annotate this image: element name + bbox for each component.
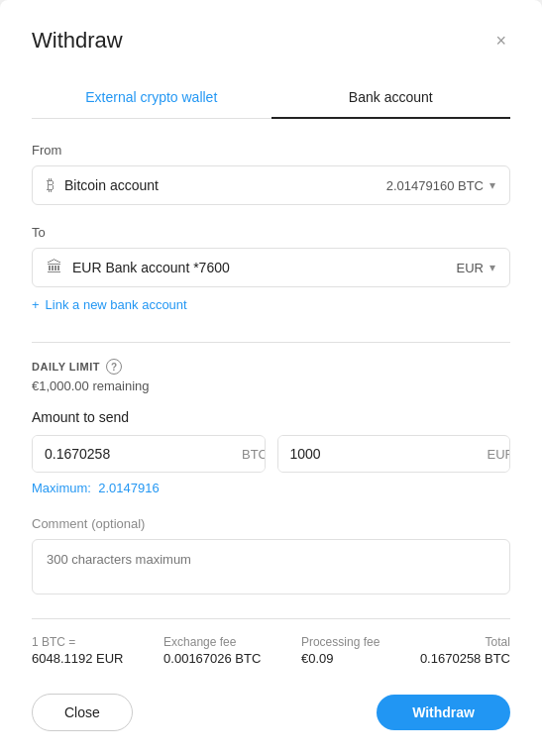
btc-currency-label: BTC [230, 437, 266, 472]
from-account-name: Bitcoin account [64, 177, 159, 193]
divider-1 [32, 342, 510, 343]
modal-close-button[interactable]: × [491, 28, 510, 54]
plus-icon: + [32, 297, 40, 312]
from-account-selector[interactable]: ₿ Bitcoin account 2.01479160 BTC ▾ [32, 165, 510, 205]
chevron-down-icon-2: ▾ [489, 261, 495, 274]
link-bank-label: Link a new bank account [46, 297, 187, 312]
summary-total-value: 0.1670258 BTC [420, 651, 510, 666]
to-account-selector[interactable]: 🏛 EUR Bank account *7600 EUR ▾ [32, 248, 510, 287]
to-account-name: EUR Bank account *7600 [72, 260, 230, 275]
summary-row: 1 BTC = 6048.1192 EUR Exchange fee 0.001… [32, 635, 510, 666]
daily-limit-row: DAILY LIMIT ? [32, 359, 510, 375]
max-text: Maximum: 2.0147916 [32, 481, 510, 495]
tab-crypto[interactable]: External crypto wallet [32, 77, 271, 119]
btc-input-wrap: BTC [32, 435, 266, 473]
from-label: From [32, 143, 510, 158]
summary-processing-fee-label: Processing fee [301, 635, 379, 649]
to-field-group: To 🏛 EUR Bank account *7600 EUR ▾ + Link… [32, 225, 510, 318]
summary-divider [32, 618, 510, 619]
close-button[interactable]: Close [32, 694, 133, 731]
summary-processing-fee-value: €0.09 [301, 651, 379, 666]
summary-processing-fee: Processing fee €0.09 [301, 635, 379, 666]
eur-amount-input[interactable] [278, 436, 476, 472]
modal-title: Withdraw [32, 28, 123, 54]
comment-input[interactable] [32, 539, 510, 594]
withdraw-button[interactable]: Withdraw [377, 695, 510, 730]
daily-limit-help-icon[interactable]: ? [106, 359, 122, 375]
from-field-group: From ₿ Bitcoin account 2.01479160 BTC ▾ [32, 143, 510, 205]
amount-label: Amount to send [32, 409, 510, 425]
btc-amount-input[interactable] [33, 436, 230, 472]
summary-exchange-fee-value: 0.00167026 BTC [163, 651, 261, 666]
tab-bank[interactable]: Bank account [271, 77, 511, 119]
footer-buttons: Close Withdraw [32, 686, 510, 731]
summary-btc-rate: 1 BTC = 6048.1192 EUR [32, 635, 124, 666]
to-label: To [32, 225, 510, 240]
bitcoin-icon: ₿ [47, 176, 54, 194]
tab-bar: External crypto wallet Bank account [32, 77, 510, 119]
chevron-down-icon: ▾ [489, 178, 495, 192]
summary-btc-rate-value: 6048.1192 EUR [32, 651, 124, 666]
summary-exchange-fee: Exchange fee 0.00167026 BTC [163, 635, 261, 666]
daily-limit-label: DAILY LIMIT [32, 361, 100, 373]
link-bank-account-button[interactable]: + Link a new bank account [32, 291, 187, 318]
from-account-balance: 2.01479160 BTC [386, 178, 484, 193]
summary-total-label: Total [420, 635, 510, 649]
amount-inputs: BTC EUR [32, 435, 510, 473]
max-value: 2.0147916 [98, 481, 159, 495]
eur-input-wrap: EUR [277, 435, 511, 473]
to-currency: EUR [457, 261, 484, 275]
eur-currency-label: EUR [476, 437, 511, 472]
modal-header: Withdraw × [32, 28, 510, 54]
daily-limit-remaining: €1,000.00 remaining [32, 378, 510, 393]
summary-btc-rate-label: 1 BTC = [32, 635, 124, 649]
summary-exchange-fee-label: Exchange fee [163, 635, 261, 649]
summary-total: Total 0.1670258 BTC [420, 635, 510, 666]
withdraw-modal: Withdraw × External crypto wallet Bank a… [0, 0, 542, 756]
bank-icon: 🏛 [47, 259, 62, 276]
comment-label: Comment (optional) [32, 515, 510, 531]
